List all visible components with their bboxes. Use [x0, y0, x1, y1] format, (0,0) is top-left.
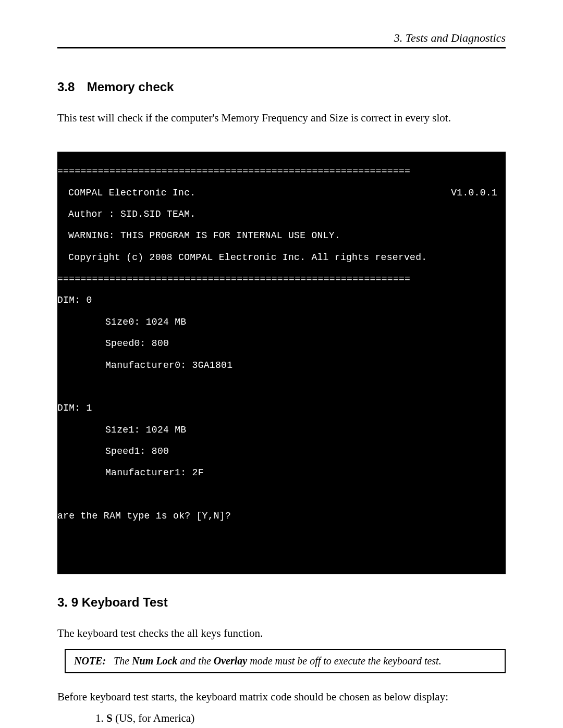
terminal-company: COMPAL Electronic Inc. — [63, 188, 195, 198]
keyboard-options-list: S (US, for America) J (Japan, for Japan) — [94, 712, 506, 728]
terminal-warning: WARNING: THIS PROGRAM IS FOR INTERNAL US… — [57, 230, 506, 241]
terminal-speed1: Speed1: 800 — [57, 446, 506, 457]
running-header: 3. Tests and Diagnostics — [57, 31, 506, 45]
before-test-text: Before keyboard test starts, the keyboar… — [57, 689, 506, 705]
section-title: Keyboard Test — [82, 595, 168, 609]
section-number: 3.8 — [57, 80, 83, 94]
section-3-8-intro: This test will check if the computer's M… — [57, 110, 506, 126]
terminal-divider: ========================================… — [57, 274, 506, 285]
terminal-mfr1: Manufacturer1: 2F — [57, 467, 506, 478]
document-page: 3. Tests and Diagnostics 3.8 Memory chec… — [0, 0, 563, 728]
section-title: Memory check — [87, 80, 174, 94]
terminal-divider: ========================================… — [57, 166, 506, 177]
terminal-version: V1.0.0.1 — [451, 188, 505, 199]
terminal-dim1: DIM: 1 — [57, 403, 506, 414]
note-text: mode must be off to execute the keyboard… — [247, 655, 441, 667]
note-box: NOTE: The Num Lock and the Overlay mode … — [65, 649, 506, 673]
note-label: NOTE: — [74, 655, 106, 667]
section-number: 3. 9 — [57, 595, 78, 609]
note-text: and the — [177, 655, 213, 667]
section-3-8-heading: 3.8 Memory check — [57, 80, 506, 94]
terminal-speed0: Speed0: 800 — [57, 338, 506, 349]
terminal-prompt: are the RAM type is ok? [Y,N]? — [57, 511, 506, 522]
terminal-mfr0: Manufacturer0: 3GA1801 — [57, 360, 506, 371]
header-rule — [57, 47, 506, 48]
terminal-size1: Size1: 1024 MB — [57, 425, 506, 436]
section-3-9-heading: 3. 9 Keyboard Test — [57, 595, 506, 610]
note-text: The — [114, 655, 132, 667]
note-keyword-numlock: Num Lock — [132, 655, 177, 667]
terminal-company-line: COMPAL Electronic Inc.V1.0.0.1 — [57, 188, 506, 199]
list-item: S (US, for America) — [106, 712, 506, 725]
terminal-dim0: DIM: 0 — [57, 295, 506, 306]
option-key-s: S — [106, 712, 113, 724]
note-keyword-overlay: Overlay — [214, 655, 247, 667]
terminal-author: Author : SID.SID TEAM. — [57, 209, 506, 220]
option-desc: (US, for America) — [113, 712, 194, 724]
terminal-output: ========================================… — [57, 152, 506, 574]
section-3-9-intro: The keyboard test checks the all keys fu… — [57, 625, 506, 641]
terminal-size0: Size0: 1024 MB — [57, 317, 506, 328]
terminal-copyright: Copyright (c) 2008 COMPAL Electronic Inc… — [57, 252, 506, 263]
